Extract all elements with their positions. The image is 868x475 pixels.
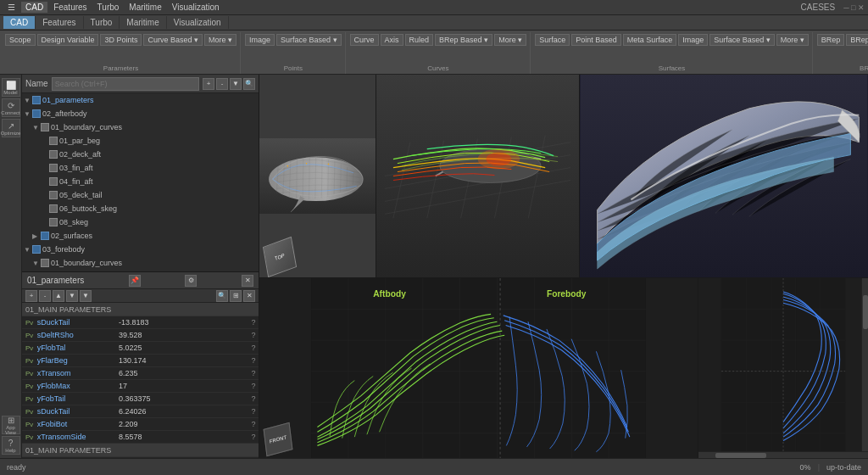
tree-collapse-btn[interactable]: - — [216, 78, 228, 90]
tree-item-01-par-beg[interactable]: 01_par_beg — [22, 134, 259, 148]
tree-item-02-afterbody[interactable]: ▼ 02_afterbody — [22, 107, 259, 120]
optimize-icon: ↗ — [8, 121, 14, 131]
tree-filter-btn[interactable]: ▼ — [230, 78, 242, 90]
tab-features[interactable]: Features — [36, 16, 83, 29]
params-close-btn[interactable]: ✕ — [242, 275, 253, 287]
params-down-btn[interactable]: ▼ — [66, 290, 78, 302]
tab-turbo[interactable]: Turbo — [84, 16, 120, 29]
tree-item-02-deck-aft[interactable]: 02_deck_aft — [22, 148, 259, 161]
menu-features[interactable]: Features — [49, 2, 91, 13]
param-row-yflobmax[interactable]: Pv yFlobMax 17 ? — [22, 380, 259, 393]
tab-visualization[interactable]: Visualization — [167, 16, 229, 29]
tree-item-01-boundary-curves[interactable]: ▼ 01_boundary_curves — [22, 120, 259, 134]
cross-sections-svg: Aftbody — [259, 278, 698, 458]
params-pin-btn[interactable]: 📌 — [129, 275, 141, 287]
bottom-viewports: Aftbody — [259, 278, 868, 458]
params-table: 01_MAIN PARAMETERS Pv sDuckTail -13.8183… — [22, 303, 259, 458]
viewport-3d-right[interactable] — [580, 75, 868, 277]
btn-design-variable[interactable]: Design Variable — [37, 34, 99, 46]
params-up-btn[interactable]: ▲ — [53, 290, 64, 302]
params-settings-btn[interactable]: ⚙ — [185, 275, 197, 287]
btn-surface-based2[interactable]: Surface Based ▾ — [709, 34, 775, 46]
param-row-xfobibot[interactable]: Pv xFobiBot 2.209 ? — [22, 418, 259, 431]
tree-expand-btn[interactable]: + — [203, 78, 214, 90]
ribbon-group-points: Image Surface Based ▾ Points — [242, 32, 346, 74]
sidebar-appview-btn[interactable]: ⊞ App View — [2, 416, 20, 434]
menu-visualization[interactable]: Visualization — [168, 2, 224, 13]
param-row-sduck[interactable]: Pv sDuckTail -13.8183 ? — [22, 316, 259, 329]
btn-point-based[interactable]: Point Based — [571, 34, 621, 46]
menu-cad[interactable]: CAD — [21, 2, 47, 13]
ribbon: Scope Design Variable 3D Points Curve Ba… — [0, 31, 868, 75]
tree-item-05-deck-tail[interactable]: 05_deck_tail — [22, 188, 259, 202]
btn-ruled[interactable]: Ruled — [405, 34, 434, 46]
btn-meta-surface[interactable]: Meta Surface — [623, 34, 677, 46]
btn-curve[interactable]: Curve — [350, 34, 379, 46]
tree-item-01-boundary-curves2[interactable]: ▼ 01_boundary_curves — [22, 256, 259, 270]
tree-item-03-fin-aft[interactable]: 03_fin_aft — [22, 161, 259, 175]
tree-search-btn[interactable]: 🔍 — [243, 78, 255, 90]
param-row-yflarbeg[interactable]: Pv yFlarBeg 130.174 ? — [22, 355, 259, 367]
btn-brep[interactable]: BRep — [817, 34, 845, 46]
menu-turbo[interactable]: Turbo — [93, 2, 124, 13]
tab-maritime[interactable]: Maritime — [120, 16, 166, 29]
btn-brep-based[interactable]: BRep Based ▾ — [435, 34, 492, 46]
ribbon-group-surfaces: Surface Point Based Meta Surface Image S… — [531, 32, 813, 74]
param-row-yfobtail[interactable]: Pv yFobTail 0.363375 ? — [22, 393, 259, 405]
btn-image-points[interactable]: Image — [245, 34, 275, 46]
btn-brep-tatt[interactable]: BRep-Tatt — [846, 34, 868, 46]
tree-item-01-parameters[interactable]: ▼ 01_parameters — [22, 93, 259, 107]
tree-item-04-fin-aft[interactable]: 04_fin_aft — [22, 175, 259, 188]
app-title: CAESES — [801, 3, 836, 12]
btn-more-scope[interactable]: More ▾ — [204, 34, 236, 46]
params-panel: 01_parameters 📌 ⚙ ✕ + - ▲ ▼ ▼ 🔍 ⊞ ✕ — [22, 271, 259, 458]
ribbon-group-label-breps: BReps — [817, 64, 868, 72]
ribbon-group-curves: Curve Axis Ruled BRep Based ▾ More ▾ Cur… — [347, 32, 531, 74]
btn-3d-points[interactable]: 3D Points — [100, 34, 142, 46]
sidebar-help-btn[interactable]: ? Help — [2, 436, 20, 455]
param-row-xtransom[interactable]: Pv xTransom 6.235 ? — [22, 367, 259, 380]
ribbon-group-label-curves: Curves — [350, 64, 527, 72]
params-grid-btn[interactable]: ⊞ — [230, 290, 242, 302]
params-del-btn[interactable]: - — [39, 290, 51, 302]
viewport-3d-left[interactable]: TOP — [259, 75, 376, 277]
menu-maritime[interactable]: Maritime — [125, 2, 165, 13]
model-icon: ⬜ — [6, 81, 16, 90]
param-row-sducktail2[interactable]: Pv sDuckTail 6.24026 ? — [22, 405, 259, 418]
tree-item-02-surfaces[interactable]: ▶ 02_surfaces — [22, 229, 259, 243]
params-add-btn[interactable]: + — [25, 290, 37, 302]
menu-hamburger[interactable]: ☰ — [3, 2, 19, 13]
tree-item-03-forebody[interactable]: ▼ 03_forebody — [22, 243, 259, 256]
params-x-btn[interactable]: ✕ — [243, 290, 255, 302]
btn-image-surf[interactable]: Image — [678, 34, 708, 46]
params-search-btn[interactable]: 🔍 — [216, 290, 228, 302]
section-h-scrollbar[interactable] — [698, 451, 868, 458]
btn-surface[interactable]: Surface — [535, 34, 570, 46]
params-filter-btn[interactable]: ▼ — [80, 290, 92, 302]
param-row-xtransomside[interactable]: Pv xTransomSide 8.5578 ? — [22, 431, 259, 444]
tab-cad[interactable]: CAD — [3, 16, 36, 29]
section-v-scrollbar[interactable] — [861, 278, 868, 451]
viewport-cross-sections[interactable]: Aftbody — [259, 278, 698, 458]
view-cube[interactable]: TOP — [264, 242, 295, 272]
btn-surface-based[interactable]: Surface Based ▾ — [276, 34, 342, 46]
btn-more-curves[interactable]: More ▾ — [494, 34, 526, 46]
tree-body[interactable]: ▼ 01_parameters ▼ 02_afterbody ▼ 01_boun… — [22, 93, 259, 271]
tree-item-06-buttock-skeg[interactable]: 06_buttock_skeg — [22, 202, 259, 215]
param-row-yflobtal[interactable]: Pv yFlobTal 5.0225 ? — [22, 342, 259, 355]
tree-item-08-skeg[interactable]: 08_skeg — [22, 215, 259, 229]
viewport-flow[interactable] — [376, 75, 580, 277]
sidebar-model-btn[interactable]: ⬜ Model — [2, 78, 20, 97]
sidebar-optimize-btn[interactable]: ↗ Optimize — [2, 119, 20, 137]
btn-curve-based[interactable]: Curve Based ▾ — [143, 34, 203, 46]
param-row-sdeltrsh[interactable]: Pv sDeltRSho 39.528 ? — [22, 329, 259, 342]
btn-axis[interactable]: Axis — [381, 34, 403, 46]
svg-text:Aftbody: Aftbody — [373, 289, 406, 299]
status-ready: ready — [7, 463, 26, 472]
viewport-section-detail[interactable] — [698, 278, 868, 458]
search-input[interactable] — [52, 77, 199, 91]
window-controls[interactable]: ─ □ ✕ — [843, 3, 865, 12]
sidebar-connect-btn[interactable]: ⟳ Connect — [2, 98, 20, 117]
btn-more-surf[interactable]: More ▾ — [776, 34, 809, 46]
btn-scope[interactable]: Scope — [5, 34, 36, 46]
